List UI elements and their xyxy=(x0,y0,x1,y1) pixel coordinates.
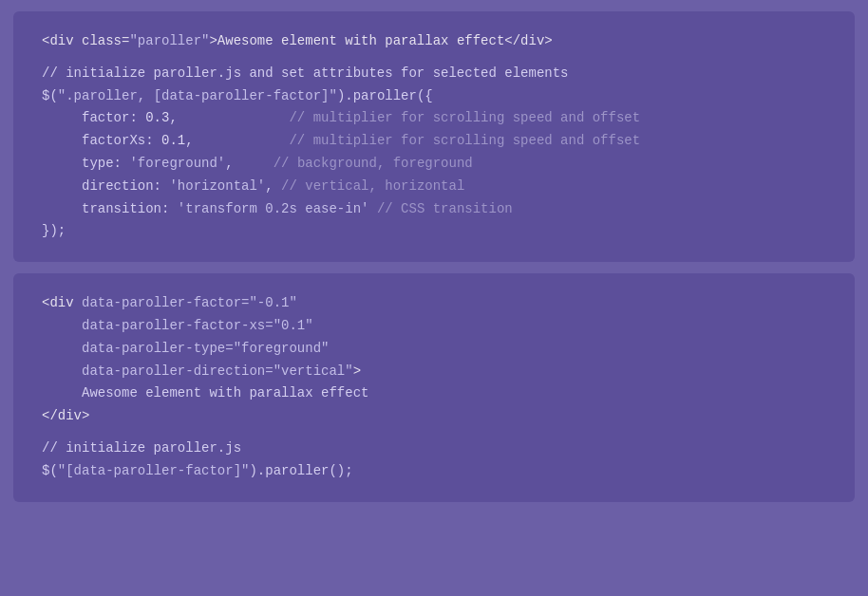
code-line: // initialize paroller.js and set attrib… xyxy=(42,63,826,85)
code-line: direction: 'horizontal', // vertical, ho… xyxy=(42,176,826,198)
code-line: </div> xyxy=(42,405,826,428)
code-line: $(".paroller, [data-paroller-factor]").p… xyxy=(42,85,826,108)
code-line: $("[data-paroller-factor]").paroller(); xyxy=(42,460,826,483)
code-line: data-paroller-direction="vertical"> xyxy=(42,361,826,383)
code-line: // initialize paroller.js xyxy=(42,438,826,460)
code-line: factorXs: 0.1, // multiplier for scrolli… xyxy=(42,130,826,153)
code-block-2: <div data-paroller-factor="-0.1" data-pa… xyxy=(13,273,855,501)
code-line: data-paroller-type="foreground" xyxy=(42,338,826,361)
code-block-1: <div class="paroller">Awesome element wi… xyxy=(13,11,855,262)
blank-line xyxy=(42,53,826,63)
code-line: Awesome element with parallax effect xyxy=(42,382,826,405)
code-line: <div data-paroller-factor="-0.1" xyxy=(42,292,826,315)
page-container: <div class="paroller">Awesome element wi… xyxy=(0,11,868,596)
code-line: <div class="paroller">Awesome element wi… xyxy=(42,30,826,53)
code-line: transition: 'transform 0.2s ease-in' // … xyxy=(42,198,826,221)
code-line: }); xyxy=(42,220,826,243)
code-line: data-paroller-factor-xs="0.1" xyxy=(42,315,826,338)
blank-line xyxy=(42,428,826,438)
code-line: factor: 0.3, // multiplier for scrolling… xyxy=(42,107,826,130)
code-line: type: 'foreground', // background, foreg… xyxy=(42,153,826,176)
